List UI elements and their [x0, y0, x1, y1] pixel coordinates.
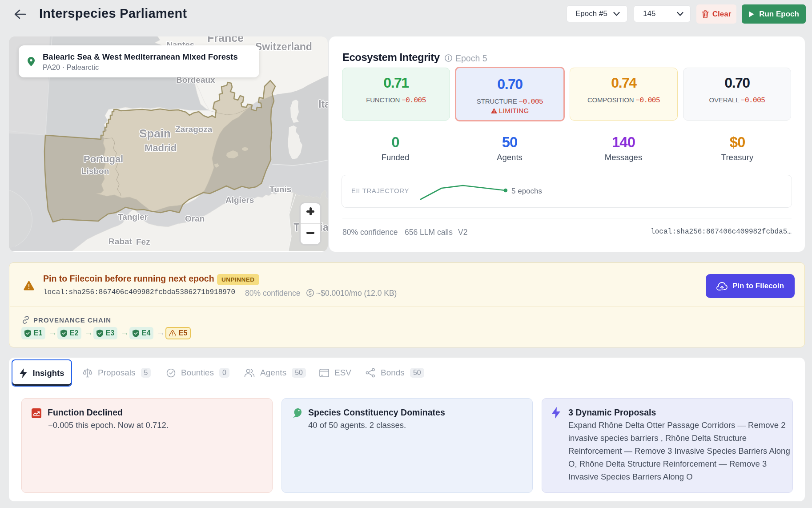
svg-text:Oran: Oran [185, 214, 205, 223]
svg-text:Madrid: Madrid [145, 142, 177, 153]
svg-text:Lisbon: Lisbon [81, 166, 109, 176]
svg-text:Ita: Ita [318, 98, 328, 110]
svg-text:Tangier: Tangier [118, 212, 148, 222]
svg-text:Rabat: Rabat [109, 237, 132, 246]
svg-text:Portugal: Portugal [84, 153, 123, 165]
svg-text:Algiers: Algiers [225, 195, 254, 205]
svg-text:Zaragoza: Zaragoza [175, 125, 213, 134]
svg-text:France: France [207, 36, 244, 44]
svg-text:Spain: Spain [139, 127, 171, 140]
svg-text:Switzerland: Switzerland [255, 41, 312, 52]
svg-text:Fez: Fez [136, 237, 150, 246]
svg-text:Tunis: Tunis [269, 185, 291, 194]
